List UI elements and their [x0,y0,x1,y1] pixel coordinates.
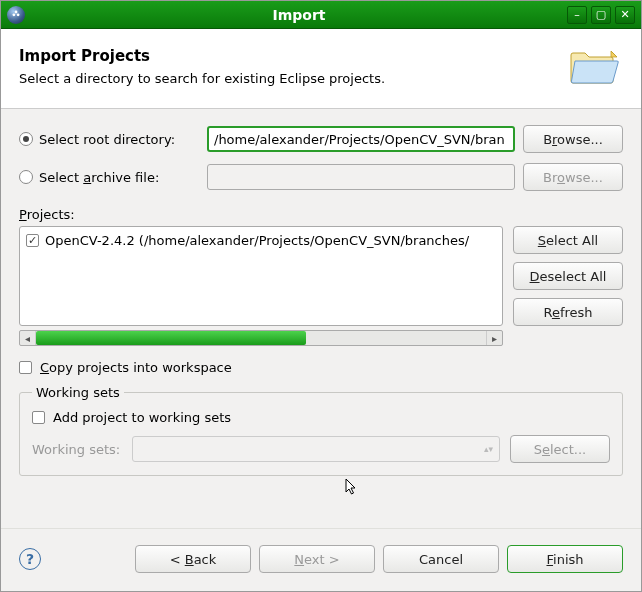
project-checkbox[interactable] [26,234,39,247]
chevron-updown-icon: ▴▾ [484,444,493,454]
projects-horizontal-scrollbar[interactable]: ◂ ▸ [19,330,503,346]
project-label: OpenCV-2.4.2 (/home/alexander/Projects/O… [45,233,469,248]
browse-archive-button: Browse... [523,163,623,191]
refresh-button[interactable]: Refresh [513,298,623,326]
working-sets-combo: ▴▾ [132,436,500,462]
mouse-cursor-icon [345,478,359,500]
root-directory-radio-label[interactable]: Select root directory: [19,132,199,147]
projects-list[interactable]: OpenCV-2.4.2 (/home/alexander/Projects/O… [19,226,503,326]
page-title: Import Projects [19,47,385,65]
window-title: Import [31,7,567,23]
help-icon[interactable]: ? [19,548,41,570]
root-directory-radio[interactable] [19,132,33,146]
cancel-button[interactable]: Cancel [383,545,499,573]
copy-into-workspace-label: Copy projects into workspace [40,360,232,375]
scroll-left-arrow-icon[interactable]: ◂ [20,331,36,345]
working-sets-field-label: Working sets: [32,442,122,457]
archive-file-text: Select archive file: [39,170,159,185]
root-directory-text: Select root directory: [39,132,175,147]
close-button[interactable]: ✕ [615,6,635,24]
browse-root-button[interactable]: Browse... [523,125,623,153]
root-directory-input[interactable] [207,126,515,152]
back-button[interactable]: < Back [135,545,251,573]
scroll-thumb[interactable] [36,331,306,345]
deselect-all-button[interactable]: Deselect All [513,262,623,290]
finish-button[interactable]: Finish [507,545,623,573]
archive-file-input [207,164,515,190]
working-sets-select-button: Select... [510,435,610,463]
working-sets-legend: Working sets [32,385,124,400]
archive-file-radio[interactable] [19,170,33,184]
add-to-working-sets-label: Add project to working sets [53,410,231,425]
scroll-track[interactable] [36,331,486,345]
minimize-button[interactable]: – [567,6,587,24]
copy-into-workspace-checkbox[interactable] [19,361,32,374]
window-titlebar: Import – ▢ ✕ [1,1,641,29]
wizard-header: Import Projects Select a directory to se… [1,29,641,109]
next-button: Next > [259,545,375,573]
maximize-button[interactable]: ▢ [591,6,611,24]
projects-label: Projects: [19,207,623,222]
page-subtitle: Select a directory to search for existin… [19,71,385,86]
archive-file-radio-label[interactable]: Select archive file: [19,170,199,185]
add-to-working-sets-checkbox[interactable] [32,411,45,424]
select-all-button[interactable]: Select All [513,226,623,254]
working-sets-group: Working sets Add project to working sets… [19,385,623,476]
list-item[interactable]: OpenCV-2.4.2 (/home/alexander/Projects/O… [26,233,496,248]
eclipse-icon [7,6,25,24]
import-folder-icon [567,43,623,90]
scroll-right-arrow-icon[interactable]: ▸ [486,331,502,345]
